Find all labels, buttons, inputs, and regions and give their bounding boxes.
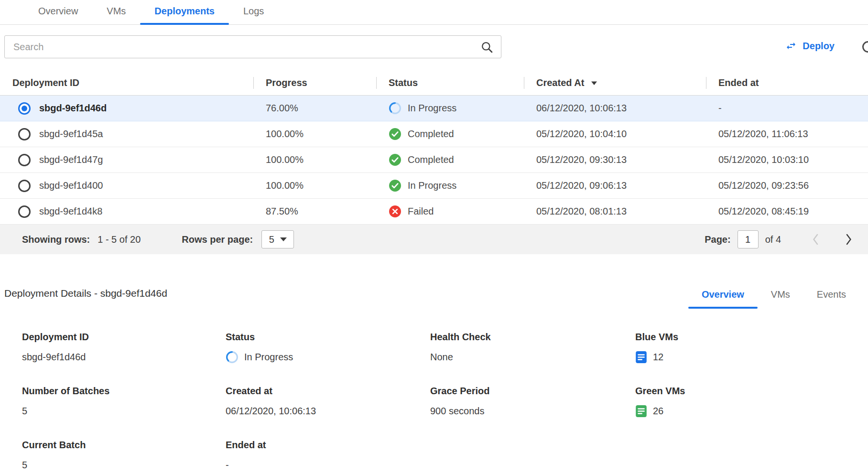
detail-field-grace-period: Grace Period900 seconds xyxy=(430,386,635,418)
field-value-text: 26 xyxy=(653,406,663,417)
column-header-status[interactable]: Status xyxy=(376,71,524,95)
deploy-button[interactable]: Deploy xyxy=(784,40,835,52)
row-radio[interactable] xyxy=(18,128,31,140)
column-header-progress[interactable]: Progress xyxy=(253,71,376,95)
deployment-id-cell: sbgd-9ef1d400 xyxy=(0,180,253,192)
detail-field-deployment-id: Deployment IDsbgd-9ef1d46d xyxy=(22,332,226,364)
chevron-right-icon[interactable] xyxy=(846,233,853,246)
field-label: Number of Batches xyxy=(22,386,226,397)
field-label: Created at xyxy=(226,386,430,397)
row-radio[interactable] xyxy=(18,102,31,115)
field-value: 06/12/2020, 10:06:13 xyxy=(226,404,430,418)
detail-field-green-vms: Green VMs26 xyxy=(635,386,868,418)
column-header-created-at[interactable]: Created At xyxy=(524,71,706,95)
row-radio[interactable] xyxy=(18,154,31,166)
details-header: Deployment Details - sbgd-9ef1d46d Overv… xyxy=(0,288,868,309)
field-label: Grace Period xyxy=(430,386,635,397)
search-icon[interactable] xyxy=(480,41,493,54)
pager: Page: of 4 xyxy=(705,230,856,248)
refresh-icon[interactable] xyxy=(859,38,868,55)
chevron-left-icon[interactable] xyxy=(812,233,819,246)
created-at-cell: 05/12/2020, 10:04:10 xyxy=(524,129,706,140)
table-row[interactable]: sbgd-9ef1d47g100.00%Completed05/12/2020,… xyxy=(0,147,868,173)
deployment-id-cell: sbgd-9ef1d47g xyxy=(0,154,253,166)
ended-at-cell: 05/12/2020, 10:03:10 xyxy=(706,154,868,165)
field-value-text: - xyxy=(226,460,229,471)
ended-at-cell: 05/12/2020, 11:06:13 xyxy=(706,129,868,140)
status-failed-icon xyxy=(389,205,401,218)
created-at-cell: 06/12/2020, 10:06:13 xyxy=(524,103,706,114)
details-tab-overview[interactable]: Overview xyxy=(688,289,758,309)
status-cell: In Progress xyxy=(376,179,524,192)
status-label: In Progress xyxy=(408,180,456,191)
detail-field-ended-at: Ended at- xyxy=(226,440,430,472)
status-in-progress-icon xyxy=(389,102,401,115)
field-value-text: 5 xyxy=(22,406,27,417)
status-cell: Failed xyxy=(376,205,524,218)
status-label: In Progress xyxy=(408,103,456,114)
row-radio[interactable] xyxy=(18,205,31,218)
table-row[interactable]: sbgd-9ef1d400100.00%In Progress05/12/202… xyxy=(0,173,868,199)
deployment-id-cell: sbgd-9ef1d4k8 xyxy=(0,205,253,218)
field-value: In Progress xyxy=(226,350,430,364)
field-value: 26 xyxy=(635,404,868,418)
vm-blue-icon xyxy=(635,351,647,364)
field-value-text: 12 xyxy=(653,352,663,363)
details-tab-events[interactable]: Events xyxy=(803,289,859,309)
details-tabs: OverviewVMsEvents xyxy=(688,289,859,309)
rows-per-page-label: Rows per page: xyxy=(182,234,253,245)
row-radio[interactable] xyxy=(18,180,31,192)
status-cell: Completed xyxy=(376,153,524,166)
field-value: 5 xyxy=(22,458,226,472)
rows-per-page-select[interactable]: 5 xyxy=(261,230,294,248)
field-value: sbgd-9ef1d46d xyxy=(22,350,226,364)
tab-deployments[interactable]: Deployments xyxy=(140,6,229,24)
in-progress-icon xyxy=(226,351,239,364)
table-row[interactable]: sbgd-9ef1d46d76.00%In Progress06/12/2020… xyxy=(0,96,868,121)
status-label: Failed xyxy=(408,206,434,217)
progress-cell: 100.00% xyxy=(253,180,376,191)
showing-rows-label: Showing rows: xyxy=(22,234,90,245)
status-completed-icon xyxy=(389,153,401,166)
table-row[interactable]: sbgd-9ef1d4k887.50%Failed05/12/2020, 08:… xyxy=(0,199,868,225)
tab-overview[interactable]: Overview xyxy=(24,6,92,24)
field-value: - xyxy=(226,458,430,472)
detail-field-created-at: Created at06/12/2020, 10:06:13 xyxy=(226,386,430,418)
table-row[interactable]: sbgd-9ef1d45a100.00%Completed05/12/2020,… xyxy=(0,121,868,147)
progress-cell: 100.00% xyxy=(253,154,376,165)
field-value-text: 900 seconds xyxy=(430,406,484,417)
deployment-id: sbgd-9ef1d400 xyxy=(39,180,103,191)
deployment-id: sbgd-9ef1d4k8 xyxy=(39,206,102,217)
search-input[interactable] xyxy=(5,42,480,53)
sort-desc-icon[interactable] xyxy=(591,81,597,86)
deployment-id: sbgd-9ef1d46d xyxy=(39,103,107,114)
details-tab-vms[interactable]: VMs xyxy=(758,289,803,309)
page-input[interactable] xyxy=(738,230,759,248)
toolbar: Deploy xyxy=(0,35,868,58)
tab-vms[interactable]: VMs xyxy=(92,6,140,24)
column-label: Deployment ID xyxy=(12,77,79,88)
status-completed-icon xyxy=(389,128,401,140)
page-label: Page: xyxy=(705,234,730,245)
progress-cell: 76.00% xyxy=(253,103,376,114)
column-header-deployment-id[interactable]: Deployment ID xyxy=(0,71,253,95)
field-value: 5 xyxy=(22,404,226,418)
field-label: Current Batch xyxy=(22,440,226,451)
showing-rows-value: 1 - 5 of 20 xyxy=(98,234,141,245)
column-label: Progress xyxy=(266,77,307,88)
deployment-id: sbgd-9ef1d47g xyxy=(39,154,103,165)
column-header-ended-at[interactable]: Ended at xyxy=(706,71,868,95)
field-label: Deployment ID xyxy=(22,332,226,343)
deployment-id-cell: sbgd-9ef1d46d xyxy=(0,102,253,115)
status-cell: In Progress xyxy=(376,102,524,115)
created-at-cell: 05/12/2020, 09:06:13 xyxy=(524,180,706,191)
main-tab-bar: OverviewVMsDeploymentsLogs xyxy=(0,0,868,25)
detail-field-number-of-batches: Number of Batches5 xyxy=(22,386,226,418)
detail-field-status: StatusIn Progress xyxy=(226,332,430,364)
status-cell: Completed xyxy=(376,128,524,140)
field-value-text: sbgd-9ef1d46d xyxy=(22,352,86,363)
ended-at-cell: 05/12/2020, 08:45:19 xyxy=(706,206,868,217)
caret-down-icon xyxy=(280,237,287,241)
tab-logs[interactable]: Logs xyxy=(229,6,278,24)
details-title: Deployment Details - sbgd-9ef1d46d xyxy=(4,288,167,309)
